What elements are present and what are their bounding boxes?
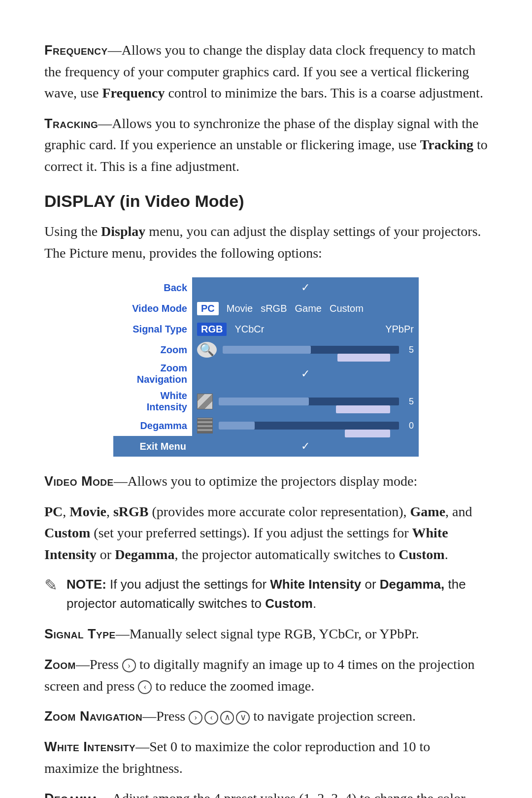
zoomnav-arrows: › ‹ ∧ ∨ — [189, 711, 250, 725]
videomode-desc-paragraph: Video Mode—Allows you to optimize the pr… — [44, 470, 488, 492]
game-bold: Game — [410, 504, 446, 519]
left-arrow-circle: ‹ — [138, 680, 152, 694]
note-box: ✎ NOTE: If you adjust the settings for W… — [44, 575, 488, 613]
signaltype-paragraph: Signal Type—Manually select signal type … — [44, 623, 488, 645]
videomode-desc2-paragraph: PC, Movie, sRGB (provides more accurate … — [44, 501, 488, 565]
back-label: Back — [113, 277, 192, 298]
page-content: Frequency—Allows you to change the displ… — [44, 39, 488, 798]
note-custom: Custom — [265, 596, 313, 611]
note-text: NOTE: If you adjust the settings for Whi… — [66, 575, 488, 613]
srgb-bold: sRGB — [113, 504, 149, 519]
note-deg: Degamma, — [380, 577, 445, 592]
videomode-options: PC Movie sRGB Game Custom — [197, 302, 414, 315]
pc-bold: PC — [44, 504, 63, 519]
degamma-section-label: Degamma — [44, 791, 99, 798]
whiteintensity-fill — [219, 398, 309, 405]
zoomnav-paragraph: Zoom Navigation—Press › ‹ ∧ ∨ to navigat… — [44, 705, 488, 727]
display-bold: Display — [101, 224, 145, 239]
degamma-value: 0 — [405, 421, 414, 431]
menu-row-zoomnav: Zoom Navigation ✓ — [113, 360, 419, 388]
mode-custom: Custom — [330, 303, 364, 314]
frequency-paragraph: Frequency—Allows you to change the displ… — [44, 39, 488, 104]
whiteintensity-section-label: White Intensity — [44, 739, 135, 754]
zoomnav-up: ∧ — [220, 711, 234, 725]
whiteintensity-track — [219, 398, 399, 405]
zoomnav-down: ∨ — [236, 711, 250, 725]
zoom-section-label: Zoom — [44, 657, 76, 672]
note-label: NOTE: — [66, 577, 106, 592]
menu-graphic: Back ✓ Video Mode PC Movie sRGB Game Cus… — [44, 277, 488, 457]
tracking-label: Tracking — [44, 116, 98, 131]
whiteintensity-value: 5 — [405, 397, 414, 407]
signaltype-options: RGB YCbCr YPbPr — [197, 323, 414, 336]
videomode-label: Video Mode — [113, 298, 192, 319]
zoomnav-check: ✓ — [197, 367, 414, 380]
degamma-paragraph: Degamma—Adjust among the 4 preset values… — [44, 788, 488, 798]
mode-pc: PC — [197, 302, 219, 315]
back-check: ✓ — [197, 281, 414, 294]
display-section-heading: DISPLAY (in Video Mode) — [44, 192, 488, 211]
videomode-section-label: Video Mode — [44, 474, 114, 489]
signaltype-label: Signal Type — [113, 319, 192, 339]
zoomnav-label: Zoom Navigation — [113, 360, 192, 388]
exitmenu-label: Exit Menu — [113, 436, 192, 457]
mode-movie: Movie — [227, 303, 253, 314]
menu-row-whiteintensity: White Intensity 5 — [113, 388, 419, 415]
menu-row-back: Back ✓ — [113, 277, 419, 298]
right-arrow-circle: › — [122, 659, 136, 672]
degamma-white-segment — [345, 430, 390, 437]
zoom-left-arrow: ‹ — [138, 680, 152, 694]
zoomnav-left: ‹ — [204, 711, 218, 725]
zoom-label: Zoom — [113, 339, 192, 360]
tracking-paragraph: Tracking—Allows you to synchronize the p… — [44, 113, 488, 177]
menu-row-degamma: Degamma 0 — [113, 415, 419, 436]
mode-game: Game — [295, 303, 322, 314]
movie-bold: Movie — [69, 504, 106, 519]
frequency-label: Frequency — [44, 43, 108, 58]
degamma-bold: Degamma — [115, 547, 174, 562]
signal-rgb: RGB — [197, 323, 227, 336]
zoom-value: 5 — [405, 345, 414, 355]
degamma-track — [219, 422, 399, 430]
frequency-text2: control to minimize the bars. This is a … — [168, 85, 483, 100]
exitmenu-check: ✓ — [197, 440, 414, 453]
zoomnav-section-label: Zoom Navigation — [44, 709, 142, 724]
display-intro-paragraph: Using the Display menu, you can adjust t… — [44, 221, 488, 264]
menu-table: Back ✓ Video Mode PC Movie sRGB Game Cus… — [113, 277, 419, 457]
custom-bold: Custom — [44, 525, 90, 540]
zoom-right-arrow: › — [122, 659, 136, 672]
note-wi: White Intensity — [270, 577, 361, 592]
zoom-slider-row: 🔍 5 — [197, 342, 414, 358]
tracking-text: —Allows you to synchronize the phase of … — [44, 116, 478, 153]
menu-row-signaltype: Signal Type RGB YCbCr YPbPr — [113, 319, 419, 339]
note-icon: ✎ — [44, 576, 58, 595]
menu-row-zoom: Zoom 🔍 5 — [113, 339, 419, 360]
mode-srgb: sRGB — [261, 303, 287, 314]
menu-row-videomode: Video Mode PC Movie sRGB Game Custom — [113, 298, 419, 319]
degamma-thumb — [197, 418, 213, 433]
whiteintensity-label: White Intensity — [113, 388, 192, 415]
signal-ypbpr: YPbPr — [385, 324, 414, 335]
signaltype-section-label: Signal Type — [44, 627, 116, 641]
degamma-label: Degamma — [113, 415, 192, 436]
frequency-inline-bold: Frequency — [102, 85, 165, 100]
whiteintensity-white-segment — [336, 405, 390, 413]
whiteintensity-slider-row: 5 — [197, 394, 414, 409]
custom2-bold: Custom — [399, 547, 444, 562]
zoom-fill — [223, 346, 311, 354]
zoom-paragraph: Zoom—Press › to digitally magnify an ima… — [44, 654, 488, 697]
wi-bold: White Intensity — [44, 525, 448, 562]
menu-row-exitmenu: Exit Menu ✓ — [113, 436, 419, 457]
whiteintensity-paragraph: White Intensity—Set 0 to maximize the co… — [44, 736, 488, 779]
zoom-white-segment — [337, 354, 390, 362]
zoom-icon: 🔍 — [197, 342, 217, 358]
degamma-fill — [219, 422, 255, 430]
signal-ycbcr: YCbCr — [234, 324, 264, 335]
tracking-inline-bold: Tracking — [420, 137, 473, 152]
zoomnav-right: › — [189, 711, 202, 725]
degamma-slider-row: 0 — [197, 418, 414, 433]
zoom-track — [223, 346, 399, 354]
whiteintensity-thumb — [197, 394, 213, 409]
